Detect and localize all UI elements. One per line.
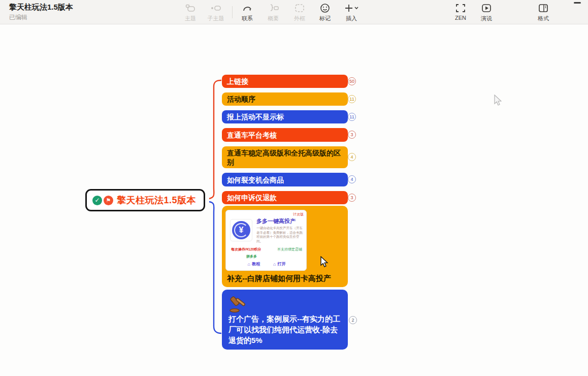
- toolbar-marker-button[interactable]: 标记: [311, 2, 339, 22]
- mindmap-canvas[interactable]: ✓ ⚑ 擎天柱玩法1.5版本 上链接 50 活动顺序 11 报上活动不显示标 1…: [0, 24, 588, 376]
- topic-node[interactable]: 如何申诉仅退款: [222, 191, 348, 204]
- flag-icon: ⚑: [104, 196, 113, 205]
- window-minimize-button[interactable]: [574, 2, 581, 4]
- boundary-icon: [293, 2, 306, 14]
- toolbar-divider: [232, 6, 233, 18]
- marker-smiley-icon: [319, 2, 331, 14]
- topic-icon: [184, 2, 197, 14]
- toolbar-zen-button[interactable]: ZEN: [447, 2, 474, 21]
- ghost-cursor: [494, 95, 503, 107]
- image-node-label: 补充--白牌店铺如何用卡高投产: [227, 274, 331, 284]
- toolbar-boundary-button[interactable]: 外框: [286, 2, 313, 22]
- topic-node[interactable]: 活动顺序: [222, 92, 348, 106]
- home-icon: ⌂: [273, 262, 276, 267]
- card-corner-tag: 计次版: [293, 212, 304, 217]
- toolbar-summary-button[interactable]: 概要: [259, 2, 287, 22]
- root-topic-label: 擎天柱玩法1.5版本: [117, 194, 196, 206]
- ad-node-label: 打个广告，案例展示--有实力的工厂可以找我们纯佣代运营收-除去退货的5%: [228, 314, 343, 346]
- app-card-description: 一键自动化卡高投产开车（开车老手必看）免费解析，适合去跑程前的第十个跑程类似竞价…: [256, 226, 304, 243]
- app-card-platform: 拼多多: [246, 254, 257, 259]
- topic-node-ad[interactable]: 打个广告，案例展示--有实力的工厂可以找我们纯佣代运营收-除去退货的5%: [222, 290, 348, 350]
- toolbar-relation-button[interactable]: 联系: [234, 2, 261, 22]
- notes-count-badge: 2: [349, 316, 357, 324]
- home-icon: ⌂: [248, 262, 250, 267]
- relation-icon: [241, 2, 253, 14]
- plus-icon: [344, 2, 359, 14]
- notes-count-badge: 50: [348, 77, 356, 85]
- format-panel-icon: [537, 2, 549, 14]
- check-icon: ✓: [92, 196, 102, 205]
- notes-count-badge: 4: [348, 175, 356, 183]
- gavel-icon: [228, 296, 249, 313]
- document-status: 已编辑: [9, 13, 27, 22]
- topic-node[interactable]: 上链接: [222, 75, 348, 88]
- toolbar-format-button[interactable]: 格式: [530, 2, 557, 22]
- tutorial-button: ⌂ 教程: [248, 261, 260, 267]
- notes-count-badge: 11: [348, 95, 356, 103]
- toolbar-present-button[interactable]: 演说: [473, 2, 500, 22]
- document-title: 擎天柱玩法1.5版本: [9, 3, 73, 12]
- notes-count-badge: 3: [348, 131, 356, 139]
- toolbar-insert-button[interactable]: 插入: [338, 2, 365, 22]
- yuan-refresh-icon: ¥: [232, 221, 250, 239]
- toolbar-subtopic-button[interactable]: 子主题: [202, 2, 230, 22]
- app-card-title: 多多一键高投产: [256, 217, 296, 225]
- topic-node[interactable]: 直通车平台考核: [222, 128, 348, 142]
- mouse-cursor: [320, 256, 329, 268]
- app-toolbar: 擎天柱玩法1.5版本 已编辑 主题 子主题 联系 概要: [0, 0, 588, 24]
- zen-brackets-icon: [454, 2, 467, 14]
- app-icon-frame: ¥: [230, 219, 252, 241]
- app-card-note: 不支持绑定店铺: [277, 247, 302, 252]
- root-topic-node[interactable]: ✓ ⚑ 擎天柱玩法1.5版本: [85, 189, 205, 211]
- open-button: ⌂ 打开: [273, 261, 285, 267]
- topic-node[interactable]: 如何裂变机会商品: [222, 173, 348, 186]
- embedded-app-card-image: 计次版 ¥ 多多一键高投产 一键自动化卡高投产开车（开车老手必看）免费解析，适合…: [225, 210, 307, 271]
- topic-node-with-image[interactable]: 计次版 ¥ 多多一键高投产 一键自动化卡高投产开车（开车老手必看）免费解析，适合…: [222, 206, 348, 287]
- notes-count-badge: 4: [348, 153, 356, 161]
- notes-count-badge: 11: [348, 113, 356, 121]
- play-icon: [480, 2, 493, 14]
- app-card-price: 每次操作/¥120积分: [231, 247, 262, 252]
- subtopic-icon: [210, 2, 222, 14]
- toolbar-topic-button[interactable]: 主题: [177, 2, 204, 22]
- notes-count-badge: 3: [348, 194, 356, 202]
- topic-node[interactable]: 报上活动不显示标: [222, 110, 348, 123]
- topic-node[interactable]: 直通车稳定高级版和全托高级版的区别: [222, 146, 348, 168]
- summary-icon: [267, 2, 279, 14]
